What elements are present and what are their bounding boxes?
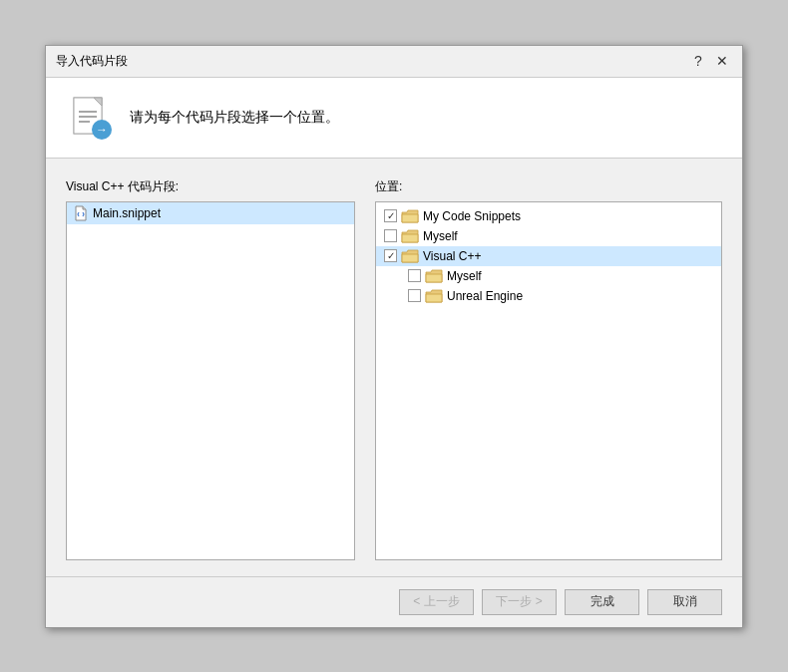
checkbox-visual-cpp[interactable]: [384, 249, 397, 262]
list-item[interactable]: Main.snippet: [67, 202, 354, 224]
folder-icon-my-code-snippets: [401, 209, 419, 223]
tree-item-visual-cpp[interactable]: Visual C++: [376, 246, 721, 266]
dialog-title: 导入代码片段: [56, 53, 128, 70]
tree-label-visual-cpp: Visual C++: [423, 249, 481, 263]
folder-icon-visual-cpp: [401, 249, 419, 263]
right-panel: 位置: My Code Snippets: [375, 178, 722, 560]
right-panel-label: 位置:: [375, 178, 722, 195]
content-area: Visual C++ 代码片段: Main.snippet 位置:: [46, 159, 742, 576]
next-button[interactable]: 下一步 >: [482, 589, 557, 615]
tree-item-myself-child[interactable]: Myself: [376, 266, 721, 286]
checkbox-my-code-snippets[interactable]: [384, 209, 397, 222]
checkbox-myself-top[interactable]: [384, 229, 397, 242]
folder-icon-myself-child: [425, 269, 443, 283]
tree-label-unreal-engine: Unreal Engine: [447, 289, 523, 303]
svg-text:→: →: [96, 123, 108, 137]
back-button[interactable]: < 上一步: [399, 589, 474, 615]
location-tree[interactable]: My Code Snippets Myself: [375, 201, 722, 560]
checkbox-unreal-engine[interactable]: [408, 289, 421, 302]
tree-label-my-code-snippets: My Code Snippets: [423, 209, 521, 223]
finish-button[interactable]: 完成: [565, 589, 639, 615]
snippets-list[interactable]: Main.snippet: [66, 201, 355, 560]
tree-label-myself-top: Myself: [423, 229, 458, 243]
cancel-button[interactable]: 取消: [647, 589, 722, 615]
left-panel-label: Visual C++ 代码片段:: [66, 178, 355, 195]
tree-item-myself-top[interactable]: Myself: [376, 226, 721, 246]
footer: < 上一步 下一步 > 完成 取消: [46, 576, 742, 627]
tree-item-my-code-snippets[interactable]: My Code Snippets: [376, 206, 721, 226]
folder-icon-myself-top: [401, 229, 419, 243]
tree-label-myself-child: Myself: [447, 269, 482, 283]
header-area: → 请为每个代码片段选择一个位置。: [46, 78, 742, 159]
title-controls: ? ✕: [688, 51, 732, 71]
header-text: 请为每个代码片段选择一个位置。: [130, 109, 339, 127]
tree-item-unreal-engine[interactable]: Unreal Engine: [376, 286, 721, 306]
header-icon: →: [66, 94, 114, 142]
folder-icon-unreal-engine: [425, 289, 443, 303]
checkbox-myself-child[interactable]: [408, 269, 421, 282]
help-button[interactable]: ?: [688, 51, 708, 71]
snippet-name: Main.snippet: [93, 206, 161, 220]
close-button[interactable]: ✕: [712, 51, 732, 71]
left-panel: Visual C++ 代码片段: Main.snippet: [66, 178, 355, 560]
import-dialog: 导入代码片段 ? ✕ → 请为每个代码片段选择一个位置。: [45, 45, 743, 628]
snippet-file-icon: [73, 205, 89, 221]
title-bar: 导入代码片段 ? ✕: [46, 46, 742, 78]
